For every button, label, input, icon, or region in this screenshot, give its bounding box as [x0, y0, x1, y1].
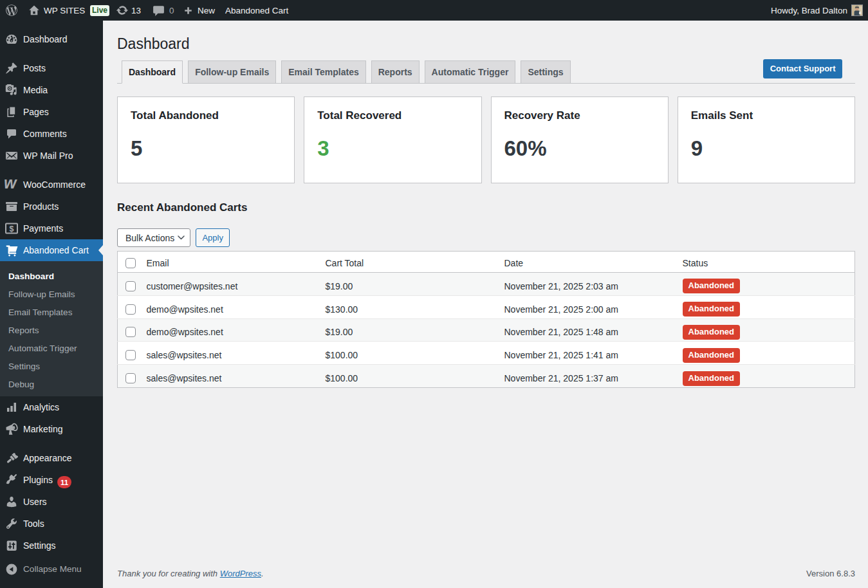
svg-text:w: w: [5, 178, 17, 191]
svg-text:$: $: [10, 225, 14, 234]
